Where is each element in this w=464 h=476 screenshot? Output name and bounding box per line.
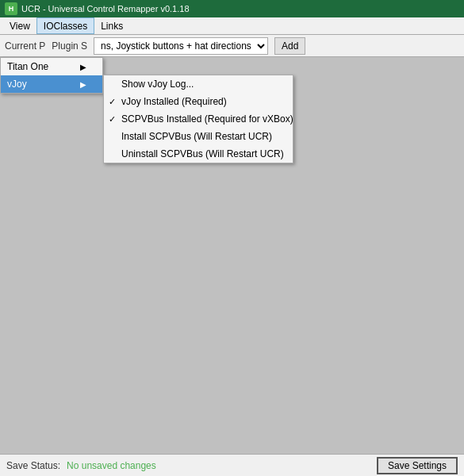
- vjoy-submenu: Show vJoy Log... ✓ vJoy Installed (Requi…: [103, 75, 293, 163]
- menu-links[interactable]: Links: [94, 17, 129, 34]
- save-settings-button[interactable]: Save Settings: [377, 457, 458, 474]
- save-status-label: Save Status:: [6, 460, 60, 471]
- uninstall-scpvbus-item[interactable]: Uninstall SCPVBus (Will Restart UCR): [104, 145, 293, 163]
- app-icon: H: [5, 2, 17, 15]
- menu-ioclasses[interactable]: IOClasses: [36, 17, 94, 34]
- vjoy-installed-item[interactable]: ✓ vJoy Installed (Required): [104, 93, 293, 110]
- show-vjoy-log-item[interactable]: Show vJoy Log...: [104, 75, 293, 93]
- vjoy-arrow-icon: ▶: [80, 80, 86, 89]
- titan-one-menu-item[interactable]: Titan One ▶: [1, 58, 102, 75]
- toolbar-row: Current P Plugin S ns, Joystick buttons …: [0, 35, 464, 57]
- ioclasses-dropdown: Titan One ▶ vJoy ▶: [0, 57, 103, 94]
- vjoy-installed-check-icon: ✓: [109, 97, 116, 107]
- current-profile-label: Current P: [5, 40, 45, 52]
- plugin-select[interactable]: ns, Joystick buttons + hat directions: [94, 37, 268, 55]
- scpvbus-installed-check-icon: ✓: [109, 114, 116, 125]
- status-bar: Save Status: No unsaved changes Save Set…: [0, 454, 464, 476]
- title-bar: H UCR - Universal Control Remapper v0.1.…: [0, 0, 464, 17]
- plugin-s-label: Plugin S: [52, 40, 87, 52]
- scpvbus-installed-item[interactable]: ✓ SCPVBus Installed (Required for vXBox): [104, 110, 293, 128]
- vjoy-menu-item[interactable]: vJoy ▶: [1, 75, 102, 93]
- main-content: Titan One ▶ vJoy ▶ Show vJoy Log... ✓ vJ…: [0, 57, 464, 454]
- install-scpvbus-item[interactable]: Install SCPVBus (Will Restart UCR): [104, 128, 293, 145]
- menu-view[interactable]: View: [3, 17, 36, 34]
- add-button[interactable]: Add: [274, 37, 305, 55]
- titan-one-arrow-icon: ▶: [80, 63, 86, 71]
- save-status-value: No unsaved changes: [67, 460, 156, 471]
- menu-bar: View IOClasses Links: [0, 17, 464, 35]
- app-title: UCR - Universal Control Remapper v0.1.18: [21, 4, 190, 13]
